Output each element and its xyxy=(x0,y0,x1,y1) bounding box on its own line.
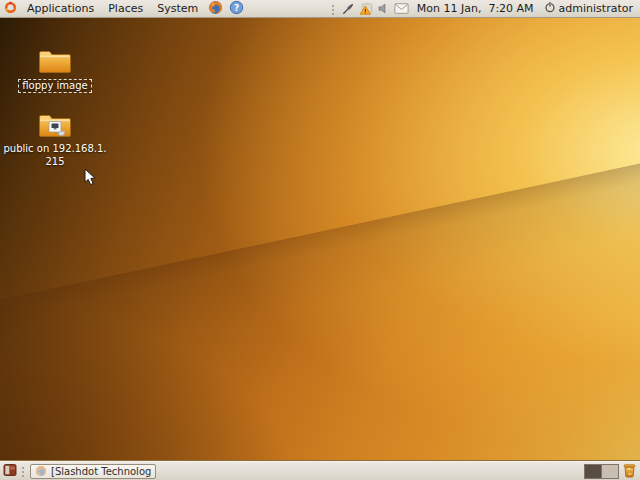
help-icon: ? xyxy=(229,0,244,18)
shared-network-folder-icon xyxy=(38,112,72,142)
menu-applications[interactable]: Applications xyxy=(20,0,101,17)
applet-handle[interactable] xyxy=(330,3,335,15)
firefox-launcher[interactable] xyxy=(205,0,226,17)
power-icon xyxy=(544,1,556,16)
svg-text:?: ? xyxy=(234,2,239,12)
mouse-cursor xyxy=(84,168,98,191)
desktop-icon-label-line2: 215 xyxy=(45,156,64,168)
top-panel: Applications Places System ? xyxy=(0,0,640,18)
clock-applet[interactable]: Mon 11 Jan, 7:20 AM xyxy=(413,2,538,15)
volume-icon[interactable] xyxy=(377,2,390,15)
ubuntu-logo-icon xyxy=(4,1,17,17)
workspace-2[interactable] xyxy=(601,465,618,478)
workspace-1[interactable] xyxy=(585,465,601,478)
trash-applet[interactable] xyxy=(622,462,637,480)
desktop-icon-floppy-image[interactable]: floppy image xyxy=(3,48,107,93)
desktop-wallpaper[interactable]: floppy image xyxy=(0,18,640,461)
desktop-icon-label: floppy image xyxy=(18,79,91,93)
menu-system[interactable]: System xyxy=(150,0,205,17)
ubuntu-main-menu[interactable] xyxy=(0,0,20,17)
desktop-icon-label-line1: public on 192.168.1. xyxy=(4,143,107,155)
desktop-icon-public-share[interactable]: public on 192.168.1. 215 xyxy=(3,112,107,168)
show-desktop-button[interactable] xyxy=(2,462,18,480)
help-launcher[interactable]: ? xyxy=(226,0,247,17)
user-switcher-label: administrator xyxy=(559,2,633,15)
firefox-window-icon xyxy=(35,465,47,477)
update-notifier-warning-icon[interactable] xyxy=(359,2,373,16)
notification-area: Mon 11 Jan, 7:20 AM administrator xyxy=(328,1,640,16)
user-switcher-applet[interactable]: administrator xyxy=(542,1,635,16)
menu-places[interactable]: Places xyxy=(101,0,150,17)
workspace-switcher xyxy=(584,464,619,479)
bottom-panel: [Slashdot Technology ... xyxy=(0,461,640,480)
network-disconnected-icon[interactable] xyxy=(341,2,355,16)
taskbar-window-button[interactable]: [Slashdot Technology ... xyxy=(30,464,156,479)
folder-icon xyxy=(38,48,72,78)
firefox-icon xyxy=(208,0,223,18)
show-desktop-icon xyxy=(3,463,17,479)
mail-notification-icon[interactable] xyxy=(394,3,409,14)
bottom-panel-right-group xyxy=(584,462,640,480)
taskbar-window-title: [Slashdot Technology ... xyxy=(51,466,151,477)
trash-icon xyxy=(622,462,637,480)
window-list-handle[interactable] xyxy=(20,465,25,477)
